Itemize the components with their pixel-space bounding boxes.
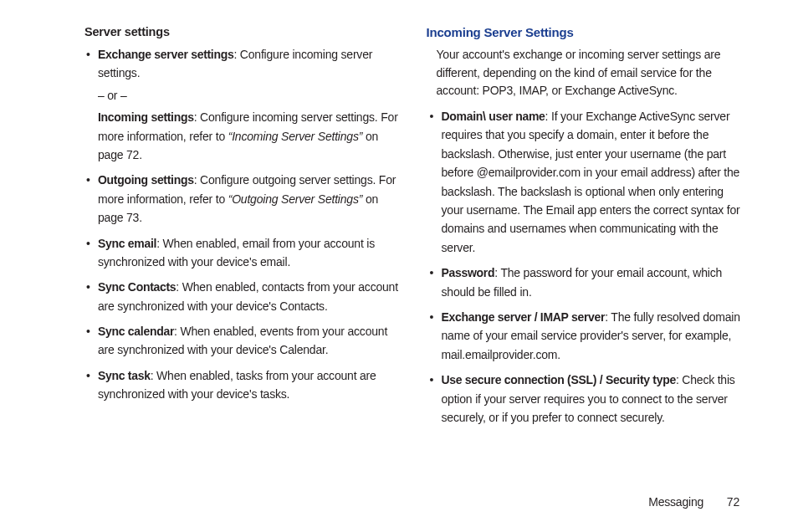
page-number: 72 <box>727 495 739 509</box>
left-bullet-list: Exchange server settings: Configure inco… <box>84 45 402 404</box>
left-column: Server settings Exchange server settings… <box>79 25 402 433</box>
xref-link[interactable]: “Outgoing Server Settings” <box>228 192 363 206</box>
list-item: Sync email: When enabled, email from you… <box>84 234 402 272</box>
list-item: Sync calendar: When enabled, events from… <box>84 322 402 360</box>
list-item: Sync Contacts: When enabled, contacts fr… <box>84 278 402 315</box>
xref-link[interactable]: “Incoming Server Settings” <box>228 130 363 143</box>
or-divider: – or – <box>98 86 402 105</box>
list-item: Domain\ user name: If your Exchange Acti… <box>427 107 749 257</box>
incoming-server-settings-heading: Incoming Server Settings <box>427 25 749 39</box>
item-label: Exchange server settings <box>98 48 233 61</box>
item-label: Domain\ user name <box>442 110 545 123</box>
item-label: Password <box>442 266 495 279</box>
item-text: : If your Exchange ActiveSync server req… <box>442 110 740 254</box>
list-item: Use secure connection (SSL) / Security t… <box>427 371 749 427</box>
server-settings-heading: Server settings <box>84 25 402 38</box>
sub-label: Incoming settings <box>98 110 194 124</box>
item-label: Use secure connection (SSL) / Security t… <box>442 373 676 386</box>
list-item: Outgoing settings: Configure outgoing se… <box>84 171 402 227</box>
page-footer: Messaging 72 <box>648 495 739 509</box>
item-label: Exchange server / IMAP server <box>442 310 606 324</box>
right-column: Incoming Server Settings Your account's … <box>427 25 749 433</box>
right-bullet-list: Domain\ user name: If your Exchange Acti… <box>427 107 749 427</box>
item-label: Outgoing settings <box>98 173 194 187</box>
sub-item: Incoming settings: Configure incoming se… <box>98 108 402 164</box>
item-label: Sync task <box>98 369 151 382</box>
intro-paragraph: Your account's exchange or incoming serv… <box>437 46 749 100</box>
item-label: Sync calendar <box>98 325 174 338</box>
list-item: Password: The password for your email ac… <box>427 263 749 301</box>
item-label: Sync email <box>98 237 156 250</box>
footer-section: Messaging <box>648 495 703 509</box>
item-label: Sync Contacts <box>98 280 176 294</box>
list-item: Exchange server / IMAP server: The fully… <box>427 308 749 364</box>
list-item: Exchange server settings: Configure inco… <box>84 45 402 164</box>
list-item: Sync task: When enabled, tasks from your… <box>84 366 402 404</box>
